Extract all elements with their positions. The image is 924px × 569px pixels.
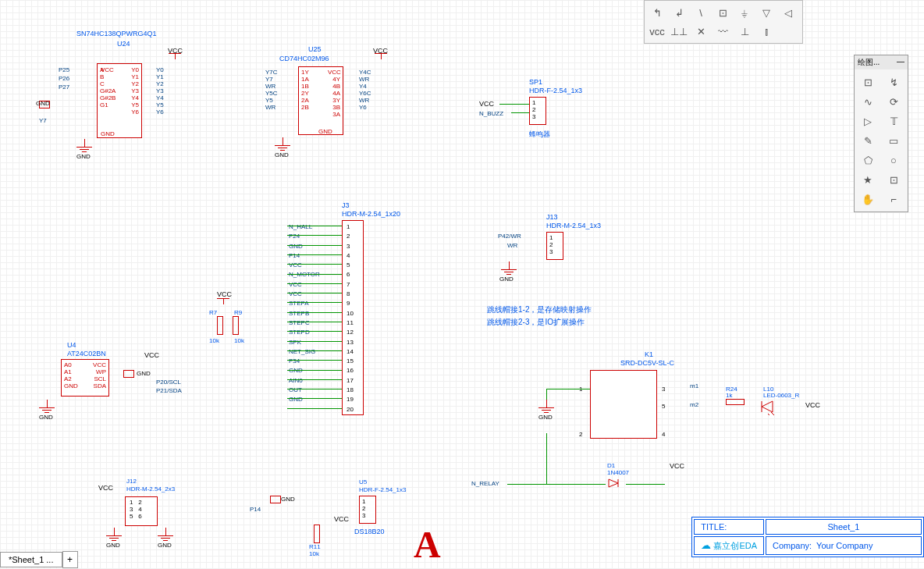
tool-more-icon[interactable]: ⫿: [757, 23, 776, 40]
tool-junction-icon[interactable]: ⊥: [735, 23, 754, 40]
tool-flag-icon[interactable]: ◁: [779, 4, 798, 21]
collapse-icon[interactable]: —: [897, 57, 904, 68]
l10-part: LED-0603_R: [763, 392, 799, 399]
u5-ref: U5: [359, 478, 367, 485]
j12-ref: J12: [126, 478, 137, 485]
j3-ref: J3: [342, 201, 350, 209]
tool-gnd-icon[interactable]: ⏚: [735, 4, 754, 21]
tool-netlabel-icon[interactable]: ⊡: [713, 4, 732, 21]
draw-image-icon[interactable]: ⊡: [884, 171, 903, 188]
tool-cross-icon[interactable]: ✕: [691, 23, 710, 40]
svg-marker-0: [762, 401, 773, 412]
u5-part: HDR-F-2.54_1x3: [359, 486, 406, 493]
svg-line-3: [771, 412, 776, 415]
draw-pan-icon[interactable]: ✋: [858, 190, 877, 208]
j13-part: HDR-M-2.54_1x3: [546, 222, 601, 229]
sheet-tabs: *Sheet_1 ... +: [0, 550, 78, 569]
d1-part: 1N4007: [607, 469, 629, 476]
j3-part: HDR-M-2.54_1x20: [342, 210, 400, 218]
j13-ref: J13: [546, 213, 558, 221]
draw-box-icon[interactable]: ▭: [884, 132, 903, 149]
draw-panel[interactable]: 绘图...— ⊡ ↯ ∿ ⟳ ▷ 𝕋 ✎ ▭ ⬠ ○ ★ ⊡ ✋ ⌐: [854, 55, 908, 212]
u24-ref: U24: [117, 40, 130, 48]
tool-wire-icon[interactable]: ↰: [648, 4, 666, 21]
tool-port-icon[interactable]: ▽: [757, 4, 776, 21]
annotation-a: A: [414, 523, 441, 566]
u24-gnd-pin: GND: [101, 130, 115, 137]
k1-body[interactable]: [590, 370, 657, 439]
draw-refresh-icon[interactable]: ⟳: [884, 93, 903, 110]
draw-segment-icon[interactable]: ↯: [884, 73, 903, 91]
diode-icon: [606, 478, 626, 489]
led-icon: [757, 400, 777, 415]
draw-polygon-icon[interactable]: ⬠: [858, 151, 877, 169]
svg-line-2: [768, 414, 773, 415]
logo-icon: ☁ 嘉立创EDA: [694, 536, 764, 555]
tool-bus-icon[interactable]: ↲: [670, 4, 688, 21]
d1-ref: D1: [607, 462, 615, 469]
j12-part: HDR-M-2.54_2x3: [126, 485, 175, 493]
note2: 跳线帽接2-3，是IO扩展操作: [487, 317, 585, 328]
sp1-caption: 蜂鸣器: [529, 130, 550, 140]
titleblock: TITLE:Sheet_1 ☁ 嘉立创EDACompany: Your Comp…: [691, 517, 924, 557]
r9[interactable]: [233, 316, 239, 335]
draw-circle-icon[interactable]: ○: [884, 151, 903, 169]
svg-marker-4: [609, 479, 618, 487]
u4-part: AT24C02BN: [67, 350, 106, 357]
schematic-toolbar[interactable]: ↰ ↲ \ ⊡ ⏚ ▽ ◁ vcc ⊥⊥ ✕ 〰 ⊥ ⫿: [644, 0, 803, 44]
r24[interactable]: [726, 399, 745, 405]
tab-sheet1[interactable]: *Sheet_1 ...: [0, 552, 62, 567]
note1: 跳线帽接1-2，是存储映射操作: [487, 304, 592, 315]
draw-play-icon[interactable]: ▷: [858, 112, 877, 130]
r7[interactable]: [217, 316, 223, 335]
sp1-part: HDR-F-2.54_1x3: [529, 87, 582, 94]
u4-ref: U4: [67, 341, 76, 349]
r11[interactable]: [314, 525, 320, 543]
k1-part: SRD-DC5V-SL-C: [620, 359, 674, 367]
sp1-ref: SP1: [529, 78, 542, 86]
u24-part: SN74HC138QPWRG4Q1: [76, 30, 157, 37]
draw-rect-icon[interactable]: ⊡: [858, 73, 877, 91]
u25-ref: U25: [308, 45, 322, 53]
tool-vcc-icon[interactable]: vcc: [648, 23, 666, 40]
u25-part: CD74HC02M96: [279, 55, 329, 62]
draw-wave-icon[interactable]: ∿: [858, 93, 877, 110]
u5-caption: DS18B20: [354, 528, 385, 535]
draw-star-icon[interactable]: ★: [858, 171, 877, 188]
draw-corner-icon[interactable]: ⌐: [884, 190, 903, 208]
draw-pencil-icon[interactable]: ✎: [858, 132, 877, 149]
draw-text-icon[interactable]: 𝕋: [884, 112, 903, 130]
add-sheet-button[interactable]: +: [62, 551, 78, 568]
k1-ref: K1: [645, 350, 653, 358]
tool-arc-icon[interactable]: 〰: [713, 23, 732, 40]
tool-noconnect-icon[interactable]: ⊥⊥: [670, 23, 688, 40]
tool-line-icon[interactable]: \: [691, 4, 710, 21]
